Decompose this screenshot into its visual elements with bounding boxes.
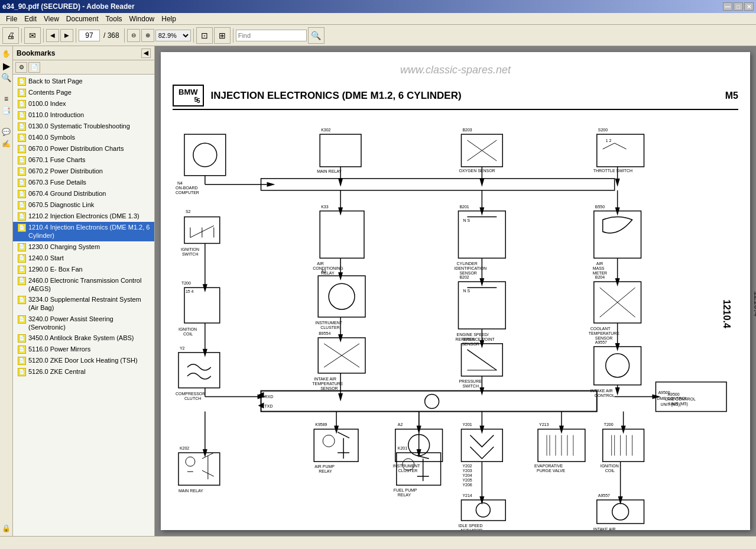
svg-text:INTAKE AIR: INTAKE AIR xyxy=(314,377,336,381)
zoom-tool-icon[interactable]: 🔍 xyxy=(1,72,12,83)
bookmark-item-17[interactable]: 📄2460.0 Electronic Transmission Control … xyxy=(13,275,154,295)
bookmark-item-21[interactable]: 📄5116.0 Power Mirrors xyxy=(13,344,154,355)
zoom-select[interactable]: 82.9% xyxy=(155,30,191,41)
bookmark-label: 2460.0 Electronic Transmission Control (… xyxy=(28,276,152,293)
bookmark-item-16[interactable]: 📄1290.0 E- Box Fan xyxy=(13,264,154,275)
menu-document[interactable]: Document xyxy=(63,14,102,24)
toolbar-separator-3 xyxy=(76,28,76,43)
bookmark-icon: 📄 xyxy=(18,201,26,209)
menu-file[interactable]: File xyxy=(2,14,21,24)
comment-icon[interactable]: 💬 xyxy=(1,127,12,137)
back-button[interactable]: ◀ xyxy=(46,29,59,42)
close-button[interactable]: ✕ xyxy=(744,2,754,11)
diagram-title: INJECTION ELECTRONICS (DME M1.2, 6 CYLIN… xyxy=(211,90,462,102)
bookmark-item-22[interactable]: 📄5120.0 ZKE Door Lock Heating (TSH) xyxy=(13,355,154,366)
svg-text:CONTROL: CONTROL xyxy=(595,393,615,398)
bookmark-label: 3240.0 Power Assist Steering (Servotroni… xyxy=(28,315,152,332)
bookmark-label: 1290.0 E- Box Fan xyxy=(28,265,152,273)
bookmark-item-11[interactable]: 📄0670.5 Diagnostic Link xyxy=(13,199,154,211)
forward-button[interactable]: ▶ xyxy=(60,29,73,42)
svg-text:15  4: 15 4 xyxy=(186,289,194,293)
bookmark-item-6[interactable]: 📄0670.0 Power Distribution Charts xyxy=(13,143,154,154)
bookmark-item-23[interactable]: 📄5126.0 ZKE Central xyxy=(13,366,154,377)
email-button[interactable]: ✉ xyxy=(24,27,41,44)
bookmark-icon: 📄 xyxy=(18,111,26,120)
minimize-button[interactable]: — xyxy=(723,2,732,11)
bookmark-expand-button[interactable]: 📄 xyxy=(28,62,40,73)
svg-text:IGNITION: IGNITION xyxy=(181,247,199,251)
svg-text:ENGINE SPEED/: ENGINE SPEED/ xyxy=(456,332,488,337)
svg-text:CYLINDER: CYLINDER xyxy=(456,261,477,266)
bookmark-icon: 📄 xyxy=(18,224,26,232)
menu-edit[interactable]: Edit xyxy=(21,14,40,24)
svg-text:B204: B204 xyxy=(595,275,605,279)
bookmark-item-12[interactable]: 📄1210.2 Injection Electronics (DME 1.3) xyxy=(13,211,154,222)
sign-icon[interactable]: ✍ xyxy=(1,138,12,149)
svg-text:S200: S200 xyxy=(598,128,608,132)
bookmark-item-20[interactable]: 📄3450.0 Antilock Brake System (ABS) xyxy=(13,332,154,344)
svg-text:A2: A2 xyxy=(321,269,326,273)
menu-help[interactable]: Help xyxy=(158,14,180,24)
hand-tool-icon[interactable]: ✋ xyxy=(1,49,12,59)
svg-text:T200: T200 xyxy=(604,422,614,427)
fit-page-button[interactable]: ⊡ xyxy=(196,27,213,44)
bookmark-panel-icon[interactable]: 📑 xyxy=(1,105,12,116)
svg-text:ACTUATOR: ACTUATOR xyxy=(460,528,482,530)
svg-text:COIL: COIL xyxy=(605,469,615,473)
svg-text:K201: K201 xyxy=(398,446,407,450)
bookmark-item-9[interactable]: 📄0670.3 Fuse Details xyxy=(13,177,154,188)
svg-text:Y206: Y206 xyxy=(462,483,472,487)
bookmarks-header: Bookmarks ◀ xyxy=(13,46,154,60)
page-number-input[interactable]: 97 xyxy=(79,30,100,41)
bookmark-icon: 📄 xyxy=(18,315,26,324)
bookmark-item-19[interactable]: 📄3240.0 Power Assist Steering (Servotron… xyxy=(13,314,154,333)
bookmark-icon: 📄 xyxy=(18,243,26,251)
bookmark-item-0[interactable]: 📄Back to Start Page xyxy=(13,76,154,87)
bookmark-item-4[interactable]: 📄0130.0 Systematic Troubleshooting xyxy=(13,121,154,132)
pdf-page: www.classic-spares.net BMW 5 INJECTION E… xyxy=(161,52,750,530)
bookmark-options-button[interactable]: ⚙ xyxy=(15,62,27,73)
title-bar-buttons: — □ ✕ xyxy=(723,2,754,11)
find-button[interactable]: 🔍 xyxy=(308,27,325,44)
bookmark-item-1[interactable]: 📄Contents Page xyxy=(13,87,154,98)
bookmark-item-18[interactable]: 📄3234.0 Supplemental Restraint System (A… xyxy=(13,294,154,314)
lock-icon[interactable]: 🔒 xyxy=(1,523,12,534)
collapse-panel-button[interactable]: ◀ xyxy=(141,49,151,58)
bookmark-icon: 📄 xyxy=(18,145,26,153)
bookmark-item-5[interactable]: 📄0140.0 Symbols xyxy=(13,132,154,143)
bookmark-icon: 📄 xyxy=(18,277,26,285)
menu-tools[interactable]: Tools xyxy=(102,14,126,24)
bookmark-icon: 📄 xyxy=(18,334,26,343)
svg-text:IGNITION: IGNITION xyxy=(601,464,619,468)
page-side-label: 1210.4 xyxy=(752,291,756,317)
bookmark-item-10[interactable]: 📄0670.4 Ground Distribution xyxy=(13,188,154,199)
bookmark-icon: 📄 xyxy=(18,345,26,354)
bookmark-label: 0670.4 Ground Distribution xyxy=(28,189,152,198)
title-bar: e34_90.pdf (SECURED) - Adobe Reader — □ … xyxy=(0,0,756,13)
svg-text:COIL: COIL xyxy=(183,332,193,336)
menu-view[interactable]: View xyxy=(40,14,63,24)
bookmark-item-15[interactable]: 📄1240.0 Start xyxy=(13,253,154,264)
bookmark-item-7[interactable]: 📄0670.1 Fuse Charts xyxy=(13,154,154,166)
svg-text:B202: B202 xyxy=(459,275,469,279)
bookmark-item-13[interactable]: 📄1210.4 Injection Electronics (DME M1.2,… xyxy=(13,222,154,241)
bmw-logo: BMW 5 xyxy=(173,85,204,106)
bookmark-item-2[interactable]: 📄0100.0 Index xyxy=(13,98,154,109)
svg-text:B203: B203 xyxy=(462,128,472,132)
select-tool-icon[interactable]: ▶ xyxy=(1,60,12,71)
bookmark-item-8[interactable]: 📄0670.2 Power Distribution xyxy=(13,166,154,177)
pdf-area[interactable]: www.classic-spares.net BMW 5 INJECTION E… xyxy=(155,46,756,536)
print-button[interactable]: 🖨 xyxy=(2,27,19,44)
bookmark-item-3[interactable]: 📄0110.0 Introduction xyxy=(13,109,154,121)
nav-panel-icon[interactable]: ≡ xyxy=(1,93,12,104)
menu-window[interactable]: Window xyxy=(126,14,158,24)
fit-width-button[interactable]: ⊞ xyxy=(214,27,231,44)
bookmark-icon: 📄 xyxy=(18,190,26,198)
zoom-in-button[interactable]: ⊕ xyxy=(141,29,154,42)
svg-text:FUEL PUMP: FUEL PUMP xyxy=(394,488,417,492)
bookmark-item-14[interactable]: 📄1230.0 Charging System xyxy=(13,241,154,253)
zoom-out-button[interactable]: ⊖ xyxy=(127,29,140,42)
maximize-button[interactable]: □ xyxy=(734,2,743,11)
find-input[interactable] xyxy=(236,30,307,41)
bookmark-label: Back to Start Page xyxy=(28,77,152,85)
